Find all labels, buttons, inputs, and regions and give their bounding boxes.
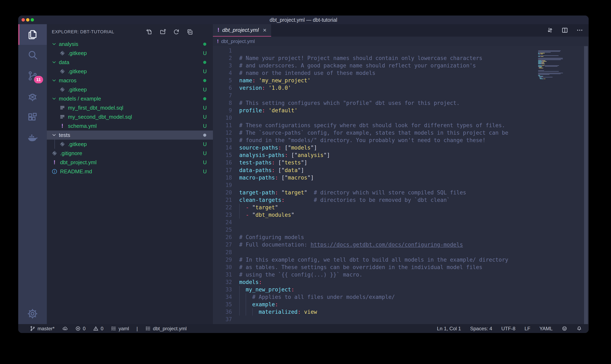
activity-item-settings[interactable] (18, 303, 47, 324)
tree-file--gitkeep[interactable]: .gitkeepU (47, 67, 213, 76)
maximize-window-button[interactable] (31, 18, 34, 22)
line-number[interactable]: 32 (213, 278, 232, 286)
line-number[interactable]: 9 (213, 107, 232, 114)
status-right-bell[interactable] (576, 326, 582, 331)
breadcrumb[interactable]: ! dbt_project.yml (213, 37, 589, 46)
line-number[interactable]: 11 (213, 122, 232, 129)
line-number[interactable]: 31 (213, 271, 232, 278)
indent-guide (246, 308, 246, 316)
status-left-error-circle[interactable]: 0 (75, 326, 85, 332)
line-number[interactable]: 7 (213, 92, 232, 99)
line-number[interactable]: 33 (213, 286, 232, 293)
more-actions-icon[interactable] (576, 27, 583, 34)
refresh-icon[interactable] (173, 29, 180, 35)
line-number[interactable]: 30 (213, 263, 232, 271)
line-number[interactable]: 17 (213, 167, 232, 174)
status-left-checklist[interactable]: yaml (111, 326, 129, 332)
tree-folder-macros[interactable]: macros (47, 76, 213, 85)
status-right-utf-8[interactable]: UTF-8 (501, 326, 515, 332)
tree-file-my-second-dbt-model-sql[interactable]: my_second_dbt_model.sqlU (47, 112, 213, 121)
tree-file-dbt-project-yml[interactable]: !dbt_project.ymlU (47, 158, 213, 167)
tree-file--gitignore[interactable]: .gitignoreU (47, 149, 213, 158)
status-left-warning-triangle[interactable]: 0 (93, 326, 103, 332)
tab-dbt-project-yml[interactable]: ! dbt_project.yml × (213, 24, 271, 37)
close-window-button[interactable] (22, 18, 25, 22)
status-right-smiley[interactable] (562, 326, 567, 331)
activity-item-search[interactable] (18, 45, 47, 65)
tree-item-label: .gitkeep (68, 86, 87, 93)
new-file-icon[interactable] (146, 29, 153, 35)
line-number[interactable]: 23 (213, 211, 232, 219)
line-number[interactable]: 21 (213, 196, 232, 204)
code-token: : (259, 279, 262, 285)
line-number[interactable]: 24 (213, 219, 232, 226)
status-right-ln-1-col-1[interactable]: Ln 1, Col 1 (437, 326, 461, 332)
line-number[interactable]: 15 (213, 151, 232, 159)
code-token: analysis-paths (239, 152, 285, 158)
new-folder-icon[interactable] (160, 29, 166, 35)
tree-folder-analysis[interactable]: analysis (47, 39, 213, 49)
code-token: # Applies to all files under models/exam… (252, 294, 395, 300)
tree-file--gitkeep[interactable]: .gitkeepU (47, 140, 213, 149)
line-number[interactable]: 8 (213, 99, 232, 107)
status-left-checklist[interactable]: dbt_project.yml (145, 326, 187, 332)
line-number[interactable]: 36 (213, 308, 232, 316)
activity-item-files[interactable] (18, 24, 47, 45)
tree-file-my-first-dbt-model-sql[interactable]: my_first_dbt_model.sqlU (47, 103, 213, 112)
code-editor[interactable]: 12# Name your project! Project names sho… (213, 46, 589, 324)
line-number[interactable]: 3 (213, 62, 232, 69)
line-number[interactable]: 2 (213, 54, 232, 62)
status-right-yaml[interactable]: YAML (539, 326, 553, 332)
tree-file-readme-md[interactable]: README.mdU (47, 167, 213, 176)
line-number[interactable]: 12 (213, 129, 232, 136)
line-number[interactable]: 10 (213, 114, 232, 122)
tree-folder-tests[interactable]: tests (47, 130, 213, 140)
activity-item-source-control[interactable]: 11 (18, 65, 47, 86)
line-number[interactable]: 34 (213, 293, 232, 301)
tree-folder-data[interactable]: data (47, 58, 213, 67)
tab-close-icon[interactable]: × (263, 27, 266, 34)
line-number[interactable]: 27 (213, 241, 232, 248)
line-number[interactable]: 19 (213, 181, 232, 189)
line-number[interactable]: 18 (213, 174, 232, 181)
status-right-lf[interactable]: LF (524, 326, 530, 332)
compare-changes-icon[interactable] (546, 27, 554, 34)
status-label: UTF-8 (501, 326, 515, 332)
line-number[interactable]: 13 (213, 136, 232, 144)
tree-file--gitkeep[interactable]: .gitkeepU (47, 85, 213, 94)
code-line-35: 35 example: (213, 301, 589, 308)
line-number[interactable]: 22 (213, 204, 232, 211)
line-number[interactable]: 29 (213, 256, 232, 263)
activity-item-docker[interactable] (18, 128, 47, 148)
status-left-cloud-upload[interactable] (62, 326, 68, 331)
line-number[interactable]: 14 (213, 144, 232, 151)
activity-item-extensions[interactable] (18, 107, 47, 128)
editor-scrollbar[interactable] (584, 46, 588, 324)
line-number[interactable]: 16 (213, 159, 232, 166)
collapse-all-icon[interactable] (187, 29, 193, 35)
line-number[interactable]: 20 (213, 189, 232, 196)
line-number[interactable]: 26 (213, 234, 232, 241)
line-number[interactable]: 25 (213, 226, 232, 234)
code-line-6: 6version: '1.0.0' (213, 84, 589, 92)
minimap[interactable] (538, 50, 584, 80)
code-token: target (255, 204, 275, 210)
line-number[interactable]: 4 (213, 69, 232, 77)
minimize-window-button[interactable] (26, 18, 29, 22)
activity-item-debug[interactable] (18, 86, 47, 107)
tree-file--gitkeep[interactable]: .gitkeepU (47, 49, 213, 58)
line-number[interactable]: 5 (213, 77, 232, 84)
tree-folder-models-example[interactable]: models / example (47, 94, 213, 103)
line-number[interactable]: 1 (213, 47, 232, 54)
activity-bar: 11 (18, 24, 47, 324)
split-editor-icon[interactable] (561, 27, 568, 34)
status-left-git-branch[interactable]: master* (30, 326, 55, 332)
tree-file-schema-yml[interactable]: !schema.ymlU (47, 121, 213, 130)
line-number[interactable]: 35 (213, 301, 232, 308)
code-token: macros (288, 175, 307, 181)
line-number[interactable]: 6 (213, 84, 232, 92)
code-line-23: 23 - "dbt_modules" (213, 211, 589, 219)
line-number[interactable]: 28 (213, 249, 232, 256)
line-number[interactable]: 37 (213, 316, 232, 323)
status-right-spaces-4[interactable]: Spaces: 4 (470, 326, 492, 332)
